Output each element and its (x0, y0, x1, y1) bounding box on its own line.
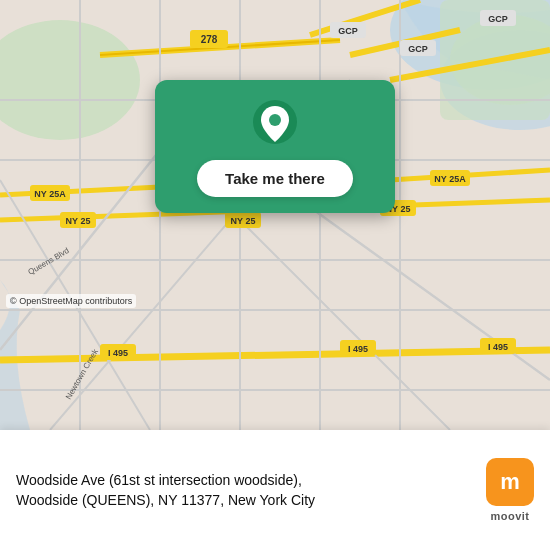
svg-text:I 495: I 495 (348, 344, 368, 354)
svg-text:GCP: GCP (338, 26, 358, 36)
map-credit: © OpenStreetMap contributors (6, 294, 136, 308)
destination-card: Take me there (155, 80, 395, 213)
take-me-there-button[interactable]: Take me there (197, 160, 353, 197)
svg-text:NY 25A: NY 25A (34, 189, 66, 199)
address-line-2: Woodside (QUEENS), NY 11377, New York Ci… (16, 492, 470, 508)
moovit-name: moovit (490, 510, 529, 522)
svg-text:GCP: GCP (408, 44, 428, 54)
info-panel: Woodside Ave (61st st intersection woods… (0, 430, 550, 550)
svg-text:NY 25: NY 25 (66, 216, 91, 226)
location-pin-icon (249, 98, 301, 150)
moovit-logo: m moovit (486, 458, 534, 522)
svg-text:NY 25A: NY 25A (434, 174, 466, 184)
svg-text:GCP: GCP (488, 14, 508, 24)
svg-point-57 (269, 114, 281, 126)
svg-text:I 495: I 495 (108, 348, 128, 358)
map-container: 278 GCP GCP GCP NY 25 NY 25 NY 25 NY 25A… (0, 0, 550, 430)
svg-text:278: 278 (201, 34, 218, 45)
address-line-1: Woodside Ave (61st st intersection woods… (16, 472, 470, 488)
moovit-icon: m (486, 458, 534, 506)
svg-text:I 495: I 495 (488, 342, 508, 352)
svg-text:NY 25: NY 25 (231, 216, 256, 226)
address-info: Woodside Ave (61st st intersection woods… (16, 472, 470, 508)
